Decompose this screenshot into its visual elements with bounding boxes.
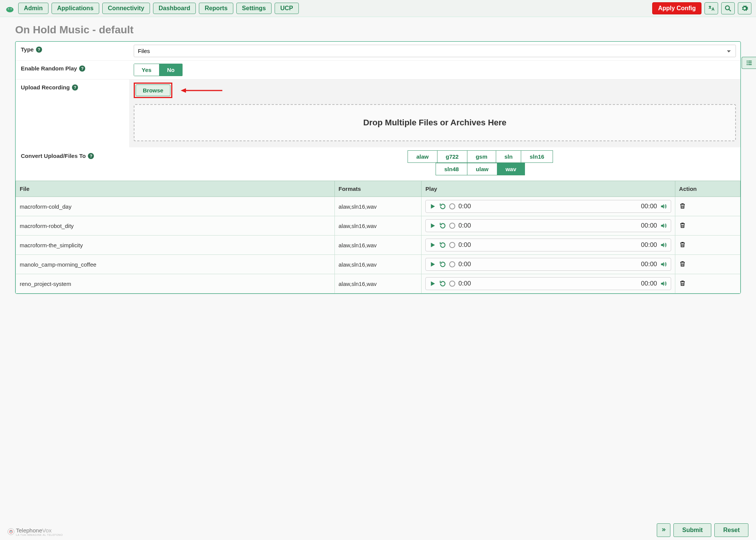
nav-applications[interactable]: Applications xyxy=(52,3,99,14)
help-icon[interactable]: ? xyxy=(79,66,85,72)
svg-marker-15 xyxy=(431,204,435,209)
apply-config-button[interactable]: Apply Config xyxy=(652,2,701,14)
replay-icon[interactable] xyxy=(439,280,446,287)
play-cell: 0:0000:00 xyxy=(422,197,675,216)
replay-icon[interactable] xyxy=(439,261,446,268)
volume-icon[interactable] xyxy=(660,222,667,229)
action-cell xyxy=(675,216,740,236)
progress-handle[interactable] xyxy=(449,242,455,248)
play-icon[interactable] xyxy=(430,242,436,248)
page-title: On Hold Music - default xyxy=(15,24,741,36)
trash-icon[interactable] xyxy=(679,243,686,250)
nav-settings[interactable]: Settings xyxy=(236,3,272,14)
volume-icon[interactable] xyxy=(660,203,667,210)
th-play[interactable]: Play xyxy=(422,181,675,197)
audio-player: 0:0000:00 xyxy=(425,258,671,271)
trash-icon[interactable] xyxy=(679,224,686,230)
help-icon[interactable]: ? xyxy=(36,47,42,53)
th-formats[interactable]: Formats xyxy=(334,181,422,197)
help-icon[interactable]: ? xyxy=(72,84,78,91)
codec-gsm[interactable]: gsm xyxy=(467,150,496,163)
svg-point-4 xyxy=(11,9,12,9)
app-logo xyxy=(5,3,15,14)
svg-marker-16 xyxy=(661,204,664,209)
file-cell: reno_project-system xyxy=(16,274,335,293)
play-icon[interactable] xyxy=(430,280,436,287)
gear-icon[interactable] xyxy=(738,2,751,14)
codec-ulaw[interactable]: ulaw xyxy=(467,163,497,175)
play-cell: 0:0000:00 xyxy=(422,216,675,236)
help-icon[interactable]: ? xyxy=(88,153,94,159)
progress-handle[interactable] xyxy=(449,261,455,267)
table-row: macroform-cold_dayalaw,sln16,wav0:0000:0… xyxy=(16,197,740,216)
play-cell: 0:0000:00 xyxy=(422,255,675,274)
file-cell: macroform-the_simplicity xyxy=(16,236,335,255)
play-icon[interactable] xyxy=(430,222,436,229)
type-select[interactable]: Files xyxy=(134,45,736,57)
svg-point-0 xyxy=(6,7,13,12)
codec-alaw[interactable]: alaw xyxy=(408,150,437,163)
volume-icon[interactable] xyxy=(660,261,667,268)
svg-point-11 xyxy=(747,64,748,65)
random-yes-button[interactable]: Yes xyxy=(134,64,159,76)
upload-dropzone[interactable]: Drop Multiple Files or Archives Here xyxy=(134,104,736,141)
replay-icon[interactable] xyxy=(439,242,446,248)
svg-point-3 xyxy=(8,9,9,9)
svg-line-6 xyxy=(729,9,731,11)
codec-sln48[interactable]: sln48 xyxy=(436,163,467,175)
codec-sln16[interactable]: sln16 xyxy=(521,150,553,163)
progress-handle[interactable] xyxy=(449,281,455,287)
codec-sln[interactable]: sln xyxy=(496,150,522,163)
svg-rect-12 xyxy=(748,64,751,65)
volume-icon[interactable] xyxy=(660,280,667,287)
replay-icon[interactable] xyxy=(439,222,446,229)
browse-button[interactable]: Browse xyxy=(136,84,170,96)
svg-point-5 xyxy=(725,6,729,10)
th-action[interactable]: Action xyxy=(675,181,740,197)
settings-panel: Type ? Files Enable Random Play ? Yes No xyxy=(15,41,741,294)
play-icon[interactable] xyxy=(430,203,436,210)
nav-connectivity[interactable]: Connectivity xyxy=(102,3,150,14)
volume-icon[interactable] xyxy=(660,242,667,248)
file-cell: manolo_camp-morning_coffee xyxy=(16,255,335,274)
side-list-toggle[interactable] xyxy=(742,57,756,69)
svg-marker-22 xyxy=(661,262,664,267)
nav-admin[interactable]: Admin xyxy=(18,3,48,14)
replay-icon[interactable] xyxy=(439,203,446,210)
convert-label: Convert Upload/Files To xyxy=(21,153,86,159)
language-icon[interactable] xyxy=(704,2,718,14)
top-nav: Admin Applications Connectivity Dashboar… xyxy=(0,0,756,17)
codec-wav[interactable]: wav xyxy=(497,163,525,175)
table-header-row: File Formats Play Action xyxy=(16,181,740,197)
current-time: 0:00 xyxy=(458,261,471,268)
svg-marker-24 xyxy=(661,281,664,286)
codec-g722[interactable]: g722 xyxy=(437,150,467,163)
browse-highlight: Browse xyxy=(134,83,172,98)
files-table: File Formats Play Action macroform-cold_… xyxy=(16,181,740,293)
search-icon[interactable] xyxy=(721,2,735,14)
nav-dashboard[interactable]: Dashboard xyxy=(153,3,196,14)
random-play-label: Enable Random Play xyxy=(21,65,77,72)
trash-icon[interactable] xyxy=(679,282,686,288)
type-label: Type xyxy=(21,46,34,53)
trash-icon[interactable] xyxy=(679,204,686,211)
nav-reports[interactable]: Reports xyxy=(199,3,233,14)
progress-handle[interactable] xyxy=(449,203,455,209)
th-file[interactable]: File xyxy=(16,181,335,197)
action-cell xyxy=(675,274,740,293)
trash-icon[interactable] xyxy=(679,262,686,269)
progress-handle[interactable] xyxy=(449,223,455,229)
svg-marker-18 xyxy=(661,223,664,228)
upload-recording-label: Upload Recording xyxy=(21,84,70,91)
action-cell xyxy=(675,197,740,216)
codec-row-1: alaw g722 gsm sln sln16 xyxy=(408,150,553,163)
play-icon[interactable] xyxy=(430,261,436,268)
random-no-button[interactable]: No xyxy=(159,64,183,76)
formats-cell: alaw,sln16,wav xyxy=(334,236,422,255)
current-time: 0:00 xyxy=(458,222,471,229)
svg-rect-8 xyxy=(748,61,751,61)
codec-row-2: sln48 ulaw wav xyxy=(436,163,525,175)
duration-time: 00:00 xyxy=(641,280,657,287)
svg-marker-17 xyxy=(431,223,435,228)
nav-ucp[interactable]: UCP xyxy=(275,3,299,14)
